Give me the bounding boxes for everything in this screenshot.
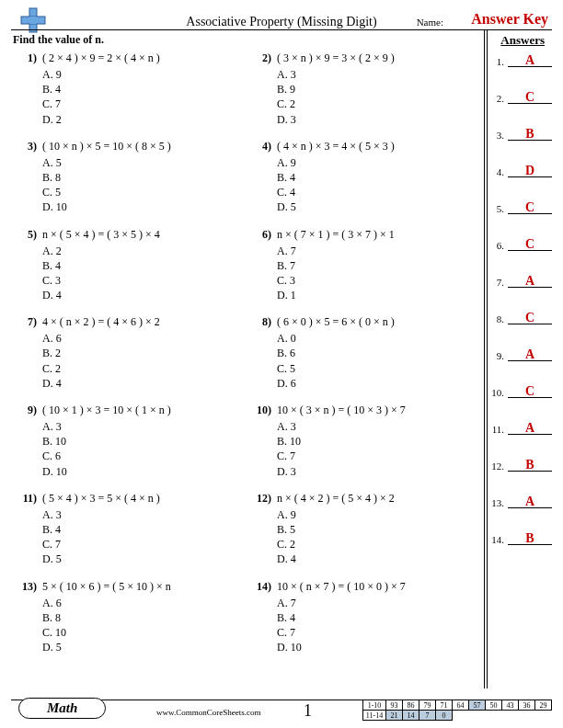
problem-option: A. 9 — [277, 155, 482, 170]
problem-body: ( 5 × 4 ) × 3 = 5 × ( 4 × n )A. 3B. 4C. … — [42, 492, 247, 567]
problem-option: A. 7 — [277, 596, 482, 610]
answer-letter: B — [525, 458, 534, 472]
problem-number: 3) — [13, 140, 42, 215]
answer-number: 9. — [491, 350, 504, 361]
answer-blank: B — [508, 127, 552, 141]
answer-line: 1.A — [491, 53, 552, 67]
problem-option: D. 2 — [42, 112, 247, 127]
vertical-divider-2 — [484, 30, 485, 688]
problem-option: D. 6 — [277, 376, 482, 391]
answer-blank: A — [508, 421, 552, 435]
problem-option: C. 5 — [277, 361, 482, 376]
problem-option: B. 9 — [277, 82, 482, 97]
problem-number: 9) — [13, 404, 42, 479]
divider-top — [11, 29, 552, 30]
problem-option: B. 10 — [42, 434, 247, 449]
answer-number: 10. — [491, 387, 504, 398]
problem-body: ( 4 × n ) × 3 = 4 × ( 5 × 3 )A. 9B. 4C. … — [277, 140, 482, 215]
problem: 7)4 × ( n × 2 ) = ( 4 × 6 ) × 2A. 6B. 2C… — [13, 315, 247, 404]
problem-option: D. 5 — [42, 552, 247, 566]
problem-body: 10 × ( 3 × n ) = ( 10 × 3 ) × 7A. 3B. 10… — [277, 404, 482, 479]
answer-line: 6.C — [491, 237, 552, 251]
answer-number: 12. — [491, 461, 504, 472]
answer-line: 14.B — [491, 531, 552, 545]
problem-equation: n × ( 5 × 4 ) = ( 3 × 5 ) × 4 — [42, 228, 247, 242]
problem-option: B. 8 — [42, 170, 247, 185]
problem: 3)( 10 × n ) × 5 = 10 × ( 8 × 5 )A. 5B. … — [13, 140, 247, 228]
problem-option: B. 4 — [277, 610, 482, 625]
score-cell — [469, 711, 486, 721]
answer-letter: A — [525, 347, 534, 361]
problem-option: C. 7 — [42, 537, 247, 552]
answer-line: 3.B — [491, 127, 552, 141]
answer-number: 4. — [491, 166, 504, 177]
subject-pill: Math — [18, 698, 106, 719]
problem-option: C. 4 — [277, 185, 482, 199]
answer-number: 11. — [491, 424, 504, 435]
problem-equation: 10 × ( n × 7 ) = ( 10 × 0 ) × 7 — [277, 580, 482, 594]
problem-option: A. 3 — [277, 419, 482, 434]
answer-blank: A — [508, 53, 552, 67]
answer-blank: A — [508, 347, 552, 361]
problem-option: C. 6 — [42, 449, 247, 463]
score-cell: 64 — [453, 700, 469, 711]
answer-line: 2.C — [491, 90, 552, 104]
problem-equation: n × ( 4 × 2 ) = ( 5 × 4 ) × 2 — [277, 492, 482, 506]
answer-letter: D — [525, 164, 534, 177]
problem-option: C. 7 — [42, 97, 247, 111]
answer-blank: C — [508, 384, 552, 398]
problem-option: D. 1 — [277, 288, 482, 302]
score-cell: 21 — [386, 711, 403, 721]
problem-option: C. 3 — [42, 273, 247, 288]
problem-equation: n × ( 7 × 1 ) = ( 3 × 7 ) × 1 — [277, 228, 482, 242]
answer-blank: C — [508, 90, 552, 104]
answer-line: 7.A — [491, 274, 552, 288]
answer-line: 10.C — [491, 384, 552, 398]
problem-number: 1) — [13, 51, 42, 127]
problem-option: D. 4 — [42, 376, 247, 391]
problem: 8)( 6 × 0 ) × 5 = 6 × ( 0 × n )A. 0B. 6C… — [247, 315, 482, 404]
problem-option: A. 6 — [42, 596, 247, 610]
problem: 5)n × ( 5 × 4 ) = ( 3 × 5 ) × 4A. 2B. 4C… — [13, 228, 247, 316]
problem-number: 11) — [13, 492, 42, 567]
problem-option: C. 5 — [42, 185, 247, 199]
problem-equation: ( 10 × n ) × 5 = 10 × ( 8 × 5 ) — [42, 140, 247, 154]
problems-container: 1)( 2 × 4 ) × 9 = 2 × ( 4 × n )A. 9B. 4C… — [13, 51, 482, 667]
problem-option: A. 9 — [42, 67, 247, 82]
problem-option: B. 4 — [277, 170, 482, 185]
problem-option: C. 2 — [42, 361, 247, 376]
name-label: Name: — [417, 17, 443, 28]
answer-key-label: Answer Key — [471, 11, 548, 28]
problem: 14)10 × ( n × 7 ) = ( 10 × 0 ) × 7A. 7B.… — [247, 580, 482, 668]
answer-blank: B — [508, 458, 552, 472]
problem-body: ( 2 × 4 ) × 9 = 2 × ( 4 × n )A. 9B. 4C. … — [42, 51, 247, 127]
problem: 6)n × ( 7 × 1 ) = ( 3 × 7 ) × 1A. 7B. 7C… — [247, 228, 482, 316]
answer-letter: B — [525, 127, 534, 141]
problem-body: ( 10 × 1 ) × 3 = 10 × ( 1 × n )A. 3B. 10… — [42, 404, 247, 479]
problem-option: B. 4 — [42, 82, 247, 97]
problem-option: D. 3 — [277, 464, 482, 479]
problem-option: D. 5 — [277, 199, 482, 214]
answer-blank: C — [508, 200, 552, 214]
problem-equation: 10 × ( 3 × n ) = ( 10 × 3 ) × 7 — [277, 404, 482, 417]
problem-number: 4) — [247, 140, 277, 215]
problem-option: D. 5 — [42, 640, 247, 654]
problem-option: A. 3 — [277, 67, 482, 82]
answer-blank: B — [508, 531, 552, 545]
problem-option: D. 10 — [42, 199, 247, 214]
answer-letter: C — [525, 200, 534, 214]
problem-number: 10) — [247, 404, 277, 479]
score-cell: 11-14 — [363, 711, 386, 721]
answers-column: 1.A2.C3.B4.D5.C6.C7.A8.C9.A10.C11.A12.B1… — [491, 53, 552, 568]
answer-number: 7. — [491, 277, 504, 288]
problem-body: n × ( 5 × 4 ) = ( 3 × 5 ) × 4A. 2B. 4C. … — [42, 228, 247, 303]
answer-line: 11.A — [491, 421, 552, 435]
answer-line: 12.B — [491, 458, 552, 472]
answer-number: 13. — [491, 497, 504, 508]
problem: 2)( 3 × n ) × 9 = 3 × ( 2 × 9 )A. 3B. 9C… — [247, 51, 482, 140]
score-cell: 50 — [486, 700, 502, 711]
problem-option: C. 2 — [277, 97, 482, 111]
problem-equation: ( 3 × n ) × 9 = 3 × ( 2 × 9 ) — [277, 51, 482, 65]
problem-option: B. 4 — [42, 258, 247, 273]
problem-option: C. 7 — [277, 625, 482, 640]
